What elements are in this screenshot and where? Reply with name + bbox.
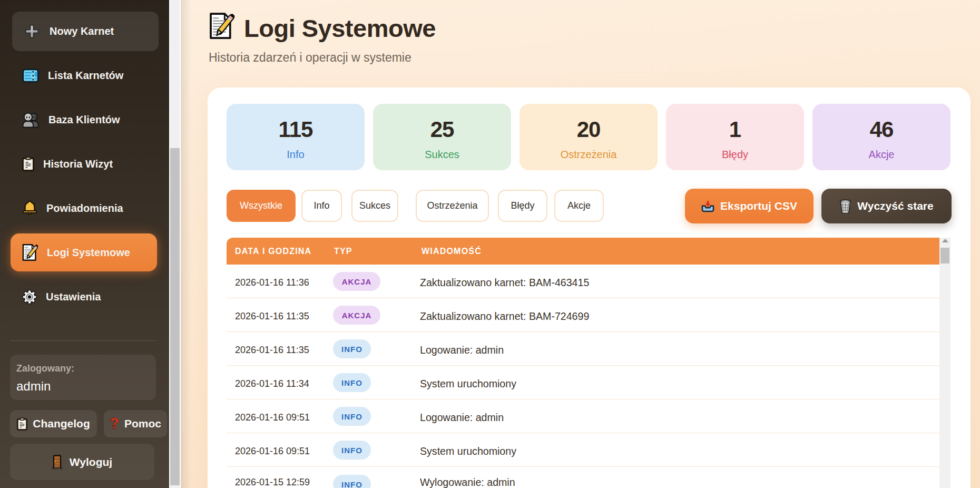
svg-text:?: ? xyxy=(110,416,119,432)
